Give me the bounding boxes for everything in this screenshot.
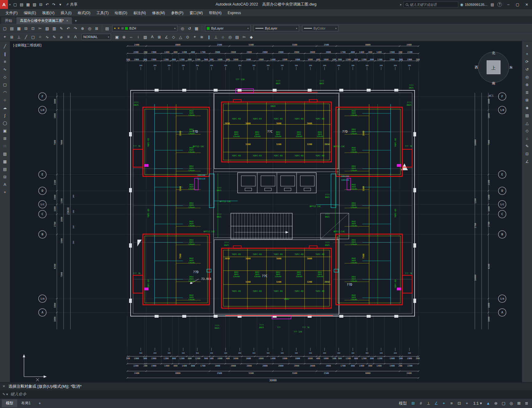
share-button[interactable]: ⇗ 共享 — [66, 2, 77, 7]
menu-item-2[interactable]: 视图(V) — [39, 9, 57, 17]
undo3-icon[interactable]: ↶ — [65, 25, 72, 32]
make-block-icon[interactable]: ⊞ — [1, 135, 9, 142]
properties-icon[interactable]: ⊞ — [93, 25, 100, 32]
layer-state-icon[interactable]: ▦ — [193, 25, 200, 32]
divide-tool-icon[interactable]: + — [1, 188, 9, 196]
rect-icon[interactable]: ▢ — [30, 33, 37, 40]
region-tool-icon[interactable]: ▤ — [1, 165, 9, 173]
circle-tool-icon[interactable]: ○ — [1, 96, 9, 104]
menu-item-11[interactable]: 帮助(H) — [206, 9, 225, 17]
menu-item-0[interactable]: 文件(F) — [2, 9, 21, 17]
grid2-icon[interactable]: ⊞ — [523, 96, 531, 104]
osnap2-icon[interactable]: ⌖ — [191, 33, 198, 40]
plot2-icon[interactable]: ⊟ — [22, 25, 30, 32]
zoom3-icon[interactable]: ◎ — [523, 73, 531, 81]
preview-icon[interactable]: ⊡ — [30, 25, 37, 32]
circle-icon[interactable]: ○ — [37, 33, 44, 40]
new-tab-button[interactable]: + — [73, 17, 79, 24]
gradient-tool-icon[interactable]: ▩ — [1, 158, 9, 165]
close-tab-icon[interactable]: × — [66, 19, 68, 22]
menu-item-1[interactable]: 编辑(E) — [21, 9, 39, 17]
zoom-icon[interactable]: ◎ — [86, 25, 93, 32]
polygon-tool-icon[interactable]: ◇ — [1, 73, 9, 81]
menu-item-4[interactable]: 格式(O) — [75, 9, 93, 17]
diameter-icon[interactable]: ⌀ — [58, 33, 65, 40]
search-input[interactable] — [410, 3, 456, 6]
spline-tool-icon[interactable]: ∫ — [1, 112, 9, 119]
color-dropdown[interactable]: ByLayer ▾ — [205, 25, 250, 31]
lineweight-dropdown[interactable]: ByColor ▾ — [302, 25, 338, 31]
erase-icon[interactable]: ◆ — [248, 33, 255, 40]
save-icon[interactable]: ▦ — [25, 1, 31, 8]
model-tab[interactable]: 模型 — [2, 399, 17, 407]
grid-toggle-icon[interactable]: ⊞ — [410, 400, 417, 407]
perpendicular-icon[interactable]: ⊥ — [212, 33, 219, 40]
search-box[interactable] — [404, 2, 458, 7]
scale-icon[interactable]: ↕ — [135, 33, 142, 40]
maximize-button[interactable]: ▢ — [513, 0, 522, 9]
saveas-icon[interactable]: ▧ — [31, 1, 38, 8]
layout1-tab[interactable]: 布局1 — [17, 399, 35, 407]
list-icon[interactable]: ≡ — [65, 33, 72, 40]
hatch-tool-icon[interactable]: ▨ — [1, 150, 9, 158]
layer-on-icon[interactable]: ● — [114, 27, 116, 30]
command-tools-icon[interactable]: ✎ ▾ — [2, 392, 8, 396]
open2-icon[interactable]: ▤ — [8, 25, 15, 32]
leader-icon[interactable]: ◇ — [170, 33, 177, 40]
qat-dropdown-icon[interactable]: ▾ — [57, 1, 64, 8]
table-tool-icon[interactable]: ⊟ — [1, 173, 9, 181]
text2-icon[interactable]: A — [149, 33, 156, 40]
viewport-controls[interactable]: [-][俯视][二维线框] — [13, 43, 41, 48]
stretch-icon[interactable]: ↔ — [128, 33, 135, 40]
annotation-scale-icon[interactable]: ▲ — [485, 400, 492, 407]
matchprops-icon[interactable]: ✎ — [58, 25, 65, 32]
point-icon[interactable]: ⊙ — [184, 33, 191, 40]
scale-display[interactable]: 1:1 ▾ — [471, 400, 484, 407]
menu-item-7[interactable]: 标注(N) — [130, 9, 149, 17]
angle-icon[interactable]: ∠ — [523, 158, 531, 165]
box-icon[interactable]: ⊡ — [523, 150, 531, 158]
drawing-area[interactable]: [-][俯视][二维线框] 24008000250055005500250080… — [10, 41, 522, 382]
account-button[interactable]: ◉ 1505999135... — [460, 2, 487, 7]
ortho-toggle-icon[interactable]: ⊥ — [425, 400, 432, 407]
spline-icon[interactable]: ∿ — [44, 33, 51, 40]
ellipse-tool-icon[interactable]: ◯ — [1, 119, 9, 127]
new-icon[interactable]: ▢ — [12, 1, 18, 8]
tab-document[interactable]: 高层办公楼中央空调施工图* × — [16, 17, 72, 24]
minimize-button[interactable]: – — [504, 0, 513, 9]
redo3-icon[interactable]: ↷ — [72, 25, 79, 32]
make-current-icon[interactable]: ◎ — [179, 25, 186, 32]
copy2-icon[interactable]: ▣ — [113, 33, 120, 40]
search-collapse-icon[interactable]: ▸ — [400, 3, 402, 6]
dimension-icon[interactable]: ∠ — [163, 33, 170, 40]
xline-tool-icon[interactable]: ∥ — [1, 50, 9, 58]
hatch-icon[interactable]: ▨ — [142, 33, 149, 40]
menu-item-3[interactable]: 插入(I) — [57, 9, 74, 17]
app-store-icon[interactable]: ▤ — [489, 2, 495, 7]
layer-freeze-icon[interactable]: ☀ — [117, 27, 120, 30]
polar-toggle-icon[interactable]: ∠ — [433, 400, 440, 407]
redo-icon[interactable]: ↷ — [51, 1, 57, 8]
autocad-logo[interactable]: A — [0, 0, 8, 9]
pan2-icon[interactable]: ⊛ — [523, 81, 531, 88]
sheet-icon[interactable]: ▤ — [523, 112, 531, 119]
revcloud-tool-icon[interactable]: ☁ — [1, 104, 9, 112]
snap-icon[interactable]: ⌖ — [1, 33, 8, 40]
arc-tool-icon[interactable]: ◠ — [1, 88, 9, 96]
fullscreen-icon[interactable]: ⊠ — [515, 400, 522, 407]
edit-icon[interactable]: ✎ — [51, 33, 58, 40]
line-icon[interactable]: ╱ — [22, 33, 30, 40]
cad-drawing[interactable]: 2400800025005500550025008000240022002001… — [10, 41, 522, 382]
add-layout-button[interactable]: + — [35, 399, 45, 407]
help-icon[interactable]: ? — [497, 2, 502, 7]
polyline-tool-icon[interactable]: ∿ — [1, 65, 9, 73]
insert-icon[interactable]: ⊕ — [120, 33, 128, 40]
menu-item-9[interactable]: 参数(P) — [168, 9, 187, 17]
rectangle-tool-icon[interactable]: ▢ — [1, 81, 9, 88]
snap-toggle-icon[interactable]: # — [417, 400, 424, 407]
mtext-tool-icon[interactable]: A — [1, 181, 9, 188]
transparency-toggle-icon[interactable]: ⊡ — [456, 400, 463, 407]
quick-search-icon[interactable]: ◎ — [508, 400, 515, 407]
menu-item-8[interactable]: 修改(M) — [149, 9, 168, 17]
undo2-icon[interactable]: ↺ — [523, 65, 531, 73]
